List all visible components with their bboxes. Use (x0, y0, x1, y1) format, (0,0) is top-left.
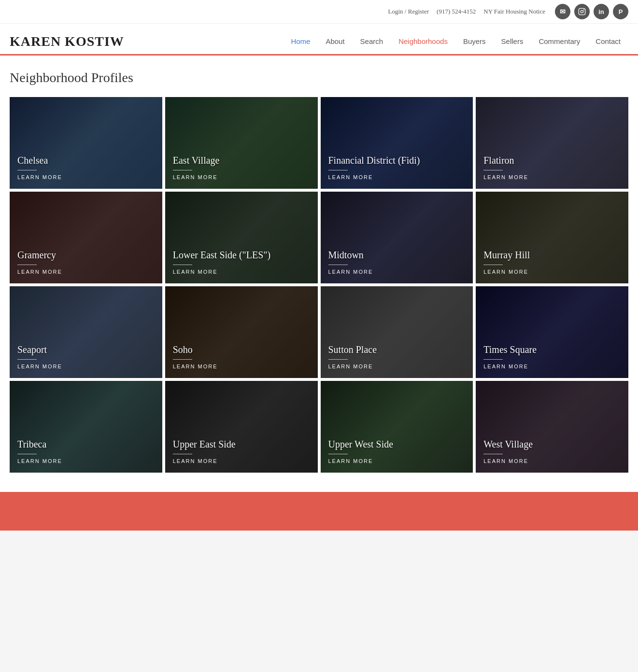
neighborhood-card-soho[interactable]: SohoLEARN MORE (165, 286, 318, 378)
page-content: Neighborhood Profiles ChelseaLEARN MOREE… (0, 56, 638, 492)
neighborhood-learn-more-flatiron[interactable]: LEARN MORE (483, 174, 623, 180)
neighborhood-learn-more-east-village[interactable]: LEARN MORE (173, 174, 312, 180)
neighborhood-overlay-tribeca: TribecaLEARN MORE (10, 431, 162, 473)
neighborhood-overlay-flatiron: FlatironLEARN MORE (476, 147, 628, 189)
neighborhood-overlay-midtown: MidtownLEARN MORE (321, 242, 473, 283)
neighborhood-name-uws: Upper West Side (328, 439, 468, 450)
neighborhood-divider-les (173, 265, 192, 265)
nav-buyers[interactable]: Buyers (455, 28, 494, 54)
neighborhood-learn-more-sutton[interactable]: LEARN MORE (328, 364, 468, 369)
neighborhood-card-uws[interactable]: Upper West SideLEARN MORE (321, 381, 473, 473)
fair-housing-link[interactable]: NY Fair Housing Notice (483, 8, 545, 15)
neighborhood-divider-ues (173, 454, 192, 454)
neighborhood-learn-more-chelsea[interactable]: LEARN MORE (17, 174, 156, 180)
neighborhood-divider-soho (173, 359, 192, 360)
neighborhood-card-murray-hill[interactable]: Murray HillLEARN MORE (476, 192, 628, 283)
neighborhood-name-seaport: Seaport (17, 344, 156, 355)
neighborhood-card-chelsea[interactable]: ChelseaLEARN MORE (10, 97, 162, 189)
neighborhood-divider-uws (328, 454, 348, 454)
neighborhood-overlay-fidi: Financial District (Fidi)LEARN MORE (321, 147, 473, 189)
pinterest-social-icon[interactable]: P (613, 4, 628, 19)
neighborhood-card-les[interactable]: Lower East Side ("LES")LEARN MORE (165, 192, 318, 283)
svg-point-2 (583, 9, 584, 10)
social-icons: ✉ in P (555, 4, 628, 19)
site-logo[interactable]: KAREN KOSTIW (10, 34, 124, 49)
neighborhood-learn-more-murray-hill[interactable]: LEARN MORE (483, 269, 623, 275)
neighborhood-divider-fidi (328, 170, 348, 170)
neighborhood-card-times-sq[interactable]: Times SquareLEARN MORE (476, 286, 628, 378)
neighborhood-learn-more-west-village[interactable]: LEARN MORE (483, 458, 623, 464)
neighborhood-divider-times-sq (483, 359, 503, 360)
neighborhood-overlay-gramercy: GramercyLEARN MORE (10, 242, 162, 283)
nav-neighborhoods[interactable]: Neighborhoods (391, 28, 455, 54)
neighborhood-card-east-village[interactable]: East VillageLEARN MORE (165, 97, 318, 189)
neighborhood-overlay-sutton: Sutton PlaceLEARN MORE (321, 336, 473, 378)
neighborhood-name-times-sq: Times Square (483, 344, 623, 355)
email-social-icon[interactable]: ✉ (555, 4, 570, 19)
neighborhood-learn-more-soho[interactable]: LEARN MORE (173, 364, 312, 369)
neighborhood-learn-more-midtown[interactable]: LEARN MORE (328, 269, 468, 275)
neighborhood-divider-seaport (17, 359, 37, 360)
neighborhood-card-sutton[interactable]: Sutton PlaceLEARN MORE (321, 286, 473, 378)
neighborhood-card-ues[interactable]: Upper East SideLEARN MORE (165, 381, 318, 473)
neighborhood-card-west-village[interactable]: West VillageLEARN MORE (476, 381, 628, 473)
neighborhood-card-seaport[interactable]: SeaportLEARN MORE (10, 286, 162, 378)
neighborhood-name-chelsea: Chelsea (17, 155, 156, 166)
neighborhood-name-tribeca: Tribeca (17, 439, 156, 450)
nav-commentary[interactable]: Commentary (531, 28, 588, 54)
neighborhood-learn-more-seaport[interactable]: LEARN MORE (17, 364, 156, 369)
header: KAREN KOSTIW Home About Search Neighborh… (0, 24, 638, 56)
neighborhood-learn-more-les[interactable]: LEARN MORE (173, 269, 312, 275)
neighborhood-overlay-east-village: East VillageLEARN MORE (165, 147, 318, 189)
nav-about[interactable]: About (318, 28, 352, 54)
neighborhood-divider-west-village (483, 454, 503, 454)
neighborhood-divider-midtown (328, 265, 348, 265)
neighborhood-card-flatiron[interactable]: FlatironLEARN MORE (476, 97, 628, 189)
neighborhood-overlay-ues: Upper East SideLEARN MORE (165, 431, 318, 473)
neighborhood-overlay-west-village: West VillageLEARN MORE (476, 431, 628, 473)
neighborhood-learn-more-fidi[interactable]: LEARN MORE (328, 174, 468, 180)
neighborhood-divider-murray-hill (483, 265, 503, 265)
nav-contact[interactable]: Contact (588, 28, 628, 54)
phone-number: (917) 524-4152 (437, 8, 476, 15)
linkedin-social-icon[interactable]: in (594, 4, 609, 19)
neighborhood-overlay-times-sq: Times SquareLEARN MORE (476, 336, 628, 378)
neighborhood-name-fidi: Financial District (Fidi) (328, 155, 468, 166)
top-bar-links: Login / Register (917) 524-4152 NY Fair … (388, 8, 545, 15)
nav-search[interactable]: Search (353, 28, 391, 54)
instagram-social-icon[interactable] (574, 4, 590, 19)
neighborhood-card-tribeca[interactable]: TribecaLEARN MORE (10, 381, 162, 473)
neighborhood-card-gramercy[interactable]: GramercyLEARN MORE (10, 192, 162, 283)
neighborhood-divider-gramercy (17, 265, 37, 265)
neighborhood-learn-more-ues[interactable]: LEARN MORE (173, 458, 312, 464)
svg-point-1 (581, 10, 583, 13)
neighborhood-learn-more-gramercy[interactable]: LEARN MORE (17, 269, 156, 275)
neighborhood-name-east-village: East Village (173, 155, 312, 166)
neighborhood-name-soho: Soho (173, 344, 312, 355)
neighborhood-name-sutton: Sutton Place (328, 344, 468, 355)
neighborhood-overlay-chelsea: ChelseaLEARN MORE (10, 147, 162, 189)
page-title: Neighborhood Profiles (10, 70, 628, 85)
neighborhood-name-midtown: Midtown (328, 250, 468, 261)
login-link[interactable]: Login / Register (388, 8, 429, 15)
neighborhood-overlay-seaport: SeaportLEARN MORE (10, 336, 162, 378)
neighborhood-overlay-murray-hill: Murray HillLEARN MORE (476, 242, 628, 283)
neighborhood-name-murray-hill: Murray Hill (483, 250, 623, 261)
neighborhood-name-west-village: West Village (483, 439, 623, 450)
neighborhood-name-gramercy: Gramercy (17, 250, 156, 261)
neighborhood-name-les: Lower East Side ("LES") (173, 250, 312, 261)
neighborhood-grid: ChelseaLEARN MOREEast VillageLEARN MOREF… (10, 97, 628, 473)
neighborhood-divider-chelsea (17, 170, 37, 170)
neighborhood-divider-east-village (173, 170, 192, 170)
main-nav: Home About Search Neighborhoods Buyers S… (283, 28, 628, 54)
neighborhood-learn-more-uws[interactable]: LEARN MORE (328, 458, 468, 464)
neighborhood-card-fidi[interactable]: Financial District (Fidi)LEARN MORE (321, 97, 473, 189)
nav-sellers[interactable]: Sellers (494, 28, 531, 54)
neighborhood-learn-more-tribeca[interactable]: LEARN MORE (17, 458, 156, 464)
neighborhood-card-midtown[interactable]: MidtownLEARN MORE (321, 192, 473, 283)
nav-home[interactable]: Home (283, 28, 318, 54)
neighborhood-overlay-uws: Upper West SideLEARN MORE (321, 431, 473, 473)
neighborhood-learn-more-times-sq[interactable]: LEARN MORE (483, 364, 623, 369)
neighborhood-overlay-les: Lower East Side ("LES")LEARN MORE (165, 242, 318, 283)
svg-rect-0 (579, 8, 585, 14)
